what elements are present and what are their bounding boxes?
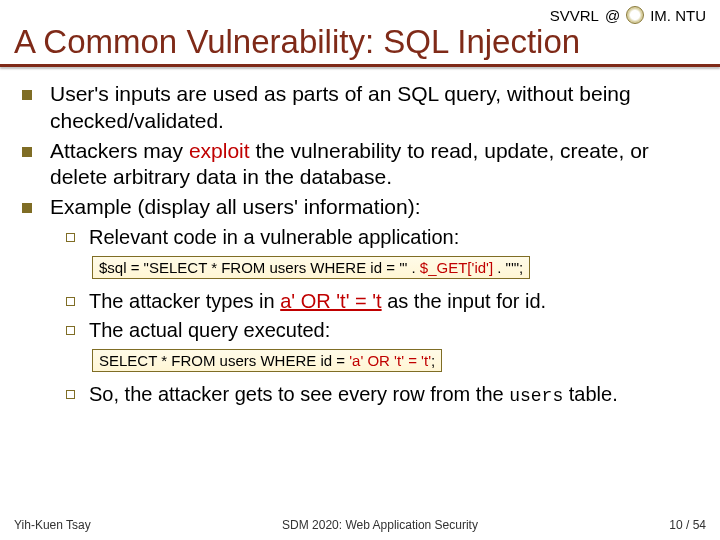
ntu-logo-icon (626, 6, 644, 24)
code2-pre: SELECT * FROM users WHERE id = (99, 352, 349, 369)
code2-injection: 'a' OR 't' = 't' (349, 352, 431, 369)
code1-pre: $sql = "SELECT * FROM users WHERE id = '… (99, 259, 420, 276)
bullet-1: User's inputs are used as parts of an SQ… (22, 81, 698, 134)
bullet-2: Attackers may exploit the vulnerability … (22, 138, 698, 191)
sub-4-text: So, the attacker gets to see every row f… (89, 382, 618, 408)
attacker-input: a' OR 't' = 't (280, 290, 381, 312)
sub-bullet-4: So, the attacker gets to see every row f… (66, 382, 698, 408)
bullet-icon (22, 90, 32, 100)
sub-bullet-icon (66, 297, 75, 306)
sub2-post: as the input for id. (382, 290, 547, 312)
footer-course: SDM 2020: Web Application Security (282, 518, 478, 532)
sub-2-text: The attacker types in a' OR 't' = 't as … (89, 289, 546, 314)
sub-bullet-icon (66, 233, 75, 242)
title-divider (0, 64, 720, 67)
footer: Yih-Kuen Tsay SDM 2020: Web Application … (0, 518, 720, 532)
code1-injection: $_GET['id'] (420, 259, 493, 276)
sub4-post: table. (563, 383, 617, 405)
footer-page: 10 / 54 (669, 518, 706, 532)
bullet-3: Example (display all users' information)… (22, 194, 698, 220)
org-name: IM. NTU (650, 7, 706, 24)
bullet-2-text: Attackers may exploit the vulnerability … (50, 138, 698, 191)
code1-post: . "'"; (497, 259, 523, 276)
sub-bullet-icon (66, 390, 75, 399)
header: SVVRL @ IM. NTU (0, 0, 720, 24)
bullet-icon (22, 203, 32, 213)
sub-bullet-icon (66, 326, 75, 335)
users-table-name: users (509, 386, 563, 406)
code-box-2: SELECT * FROM users WHERE id = 'a' OR 't… (92, 349, 442, 372)
bullet-3-text: Example (display all users' information)… (50, 194, 420, 220)
sub4-pre: So, the attacker gets to see every row f… (89, 383, 509, 405)
sub-bullet-2: The attacker types in a' OR 't' = 't as … (66, 289, 698, 314)
sub2-pre: The attacker types in (89, 290, 280, 312)
sub-bullet-1: Relevant code in a vulnerable applicatio… (66, 225, 698, 250)
exploit-word: exploit (189, 139, 250, 162)
at-symbol: @ (605, 7, 620, 24)
code-box-1: $sql = "SELECT * FROM users WHERE id = '… (92, 256, 530, 279)
sub-1-text: Relevant code in a vulnerable applicatio… (89, 225, 459, 250)
bullet-1-text: User's inputs are used as parts of an SQ… (50, 81, 698, 134)
code2-post: ; (431, 352, 435, 369)
bullet-icon (22, 147, 32, 157)
lab-name: SVVRL (550, 7, 599, 24)
bullet-2-pre: Attackers may (50, 139, 189, 162)
sub-3-text: The actual query executed: (89, 318, 330, 343)
sub-bullets: Relevant code in a vulnerable applicatio… (66, 225, 698, 408)
slide-title: A Common Vulnerability: SQL Injection (0, 24, 720, 64)
sub-bullet-3: The actual query executed: (66, 318, 698, 343)
footer-author: Yih-Kuen Tsay (14, 518, 91, 532)
slide-content: User's inputs are used as parts of an SQ… (0, 81, 720, 407)
